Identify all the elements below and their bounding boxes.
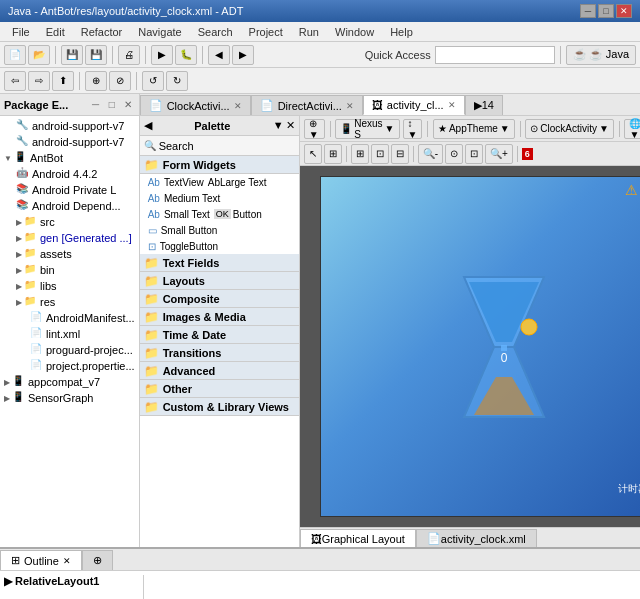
toolbar2-btn6[interactable]: ↺ [142, 71, 164, 91]
tree-item-android442[interactable]: 🤖 Android 4.4.2 [2, 166, 137, 182]
pkg-minimize-button[interactable]: ─ [89, 98, 103, 112]
palette-section-advanced[interactable]: 📁 Advanced [140, 362, 299, 380]
menu-help[interactable]: Help [382, 24, 421, 40]
toolbar2-btn7[interactable]: ↻ [166, 71, 188, 91]
folder-icon: 📁 [144, 346, 159, 360]
prev-button[interactable]: ◀ [208, 45, 230, 65]
device-selector[interactable]: 📱 Nexus S ▼ [335, 119, 399, 139]
open-button[interactable]: 📂 [28, 45, 50, 65]
toolbar2-btn4[interactable]: ⊕ [85, 71, 107, 91]
palette-section-form-widgets[interactable]: 📁 Form Widgets [140, 156, 299, 174]
tab-14[interactable]: ▶14 [465, 95, 503, 115]
palette-item-medium-text[interactable]: Ab Medium Text [140, 190, 299, 206]
palette-menu-button[interactable]: ▼ [273, 119, 284, 132]
tab-clockactivity[interactable]: 📄 ClockActivi... ✕ [140, 95, 251, 115]
palette-section-layouts[interactable]: 📁 Layouts [140, 272, 299, 290]
zoom-out-button[interactable]: 🔍- [418, 144, 443, 164]
menu-search[interactable]: Search [190, 24, 241, 40]
tree-item-androidmanifest[interactable]: 📄 AndroidManifest... [2, 310, 137, 326]
palette-section-custom-library[interactable]: 📁 Custom & Library Views [140, 398, 299, 416]
grid-button[interactable]: ⊞ [351, 144, 369, 164]
java-perspective-button[interactable]: ☕ ☕ Java [566, 45, 636, 65]
activity-selector[interactable]: ⊙ ClockActivity ▼ [525, 119, 614, 139]
toolbar2-btn3[interactable]: ⬆ [52, 71, 74, 91]
toolbar2-btn1[interactable]: ⇦ [4, 71, 26, 91]
editor-bottom-tabs: 🖼 Graphical Layout 📄 activity_clock.xml [300, 527, 640, 547]
tree-item-antbot[interactable]: ▼ 📱 AntBot [2, 150, 137, 166]
tree-item-android-depend[interactable]: 📚 Android Depend... [2, 198, 137, 214]
menu-file[interactable]: File [4, 24, 38, 40]
tree-item-support1[interactable]: 🔧 android-support-v7 [2, 118, 137, 134]
tree-item-appcompat[interactable]: ▶ 📱 appcompat_v7 [2, 374, 137, 390]
palette-section-time-date[interactable]: 📁 Time & Date [140, 326, 299, 344]
save-all-button[interactable]: 💾 [85, 45, 107, 65]
tree-item-private-lib[interactable]: 📚 Android Private L [2, 182, 137, 198]
snap-button[interactable]: ⊡ [371, 144, 389, 164]
tree-item-libs[interactable]: ▶ 📁 libs [2, 278, 137, 294]
palette-item-small-button[interactable]: ▭ Small Button [140, 222, 299, 238]
tab-close-button[interactable]: ✕ [448, 100, 456, 110]
move-into-button[interactable]: ⊞ [324, 144, 342, 164]
debug-button[interactable]: 🐛 [175, 45, 197, 65]
tree-item-bin[interactable]: ▶ 📁 bin [2, 262, 137, 278]
select-mode-button[interactable]: ↖ [304, 144, 322, 164]
palette-section-transitions[interactable]: 📁 Transitions [140, 344, 299, 362]
toolbar2-btn2[interactable]: ⇨ [28, 71, 50, 91]
menu-navigate[interactable]: Navigate [130, 24, 189, 40]
minimize-button[interactable]: ─ [580, 4, 596, 18]
outline-tab[interactable]: ⊞ Outline ✕ [0, 550, 82, 570]
tab-directactivity[interactable]: 📄 DirectActivi... ✕ [251, 95, 363, 115]
close-button[interactable]: ✕ [616, 4, 632, 18]
palette-section-text-fields[interactable]: 📁 Text Fields [140, 254, 299, 272]
maximize-button[interactable]: □ [598, 4, 614, 18]
palette-section-other[interactable]: 📁 Other [140, 380, 299, 398]
tree-item-res[interactable]: ▶ 📁 res [2, 294, 137, 310]
pkg-maximize-button[interactable]: □ [105, 98, 119, 112]
tree-item-sensorgraph[interactable]: ▶ 📱 SensorGraph [2, 390, 137, 406]
menu-run[interactable]: Run [291, 24, 327, 40]
design-tb-extra-btn[interactable]: ⊕ ▼ [304, 119, 325, 139]
menu-window[interactable]: Window [327, 24, 382, 40]
palette-close-button[interactable]: ✕ [286, 119, 295, 132]
tab-close-button[interactable]: ✕ [346, 101, 354, 111]
zoom-fit-button[interactable]: ⊡ [465, 144, 483, 164]
properties-tab[interactable]: ⊕ [82, 550, 113, 570]
zoom-in-button[interactable]: 🔍+ [485, 144, 513, 164]
locale-button[interactable]: 🌐 ▼ [624, 119, 640, 139]
run-button[interactable]: ▶ [151, 45, 173, 65]
tree-item-assets[interactable]: ▶ 📁 assets [2, 246, 137, 262]
quick-access-input[interactable] [435, 46, 555, 64]
save-button[interactable]: 💾 [61, 45, 83, 65]
tree-item-lint[interactable]: 📄 lint.xml [2, 326, 137, 342]
tree-item-proguard[interactable]: 📄 proguard-projec... [2, 342, 137, 358]
pkg-close-button[interactable]: ✕ [121, 98, 135, 112]
graphical-layout-tab[interactable]: 🖼 Graphical Layout [300, 529, 416, 547]
toolbar-separator-2 [112, 46, 113, 64]
palette-section-composite[interactable]: 📁 Composite [140, 290, 299, 308]
tree-item-src[interactable]: ▶ 📁 src [2, 214, 137, 230]
xml-tab[interactable]: 📄 activity_clock.xml [416, 529, 537, 547]
tree-item-support2[interactable]: 🔧 android-support-v7 [2, 134, 137, 150]
theme-selector[interactable]: ★ AppTheme ▼ [433, 119, 515, 139]
palette-item-toggle-button[interactable]: ⊡ ToggleButton [140, 238, 299, 254]
menu-refactor[interactable]: Refactor [73, 24, 131, 40]
palette-arrow-left[interactable]: ◀ [144, 119, 152, 132]
menu-project[interactable]: Project [241, 24, 291, 40]
outline-close-icon[interactable]: ✕ [63, 556, 71, 566]
new-button[interactable]: 📄 [4, 45, 26, 65]
tab-activity-clock[interactable]: 🖼 activity_cl... ✕ [363, 95, 465, 115]
design-canvas[interactable]: 0 ⚠ 计时器设置 [300, 166, 640, 527]
next-button[interactable]: ▶ [232, 45, 254, 65]
menu-edit[interactable]: Edit [38, 24, 73, 40]
palette-item-textview[interactable]: Ab TextView Ab Large Text [140, 174, 299, 190]
toolbar2-btn5[interactable]: ⊘ [109, 71, 131, 91]
palette-item-small-text[interactable]: Ab Small Text OK Button [140, 206, 299, 222]
palette-section-images-media[interactable]: 📁 Images & Media [140, 308, 299, 326]
print-button[interactable]: 🖨 [118, 45, 140, 65]
tree-item-gen[interactable]: ▶ 📁 gen [Generated ...] [2, 230, 137, 246]
tree-item-project-props[interactable]: 📄 project.propertie... [2, 358, 137, 374]
screen-rotate-button[interactable]: ↕ ▼ [403, 119, 423, 139]
zoom-actual-button[interactable]: ⊙ [445, 144, 463, 164]
tab-close-button[interactable]: ✕ [234, 101, 242, 111]
margin-button[interactable]: ⊟ [391, 144, 409, 164]
